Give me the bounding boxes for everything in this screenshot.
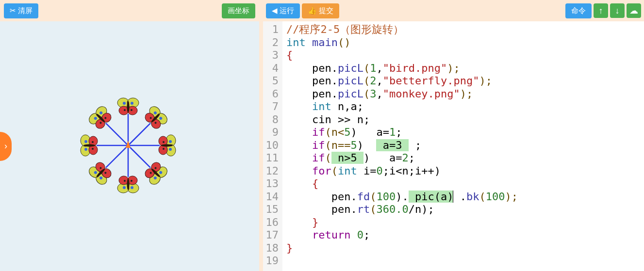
drawing-canvas bbox=[0, 21, 259, 271]
arrow-up-icon: ↑ bbox=[599, 6, 603, 16]
code-line: cin >> n; bbox=[286, 113, 640, 127]
svg-point-15 bbox=[124, 109, 126, 111]
code-line: //程序2-5（图形旋转） bbox=[286, 23, 640, 36]
line-gutter: 12345678910111213141516171819 bbox=[263, 21, 282, 271]
code-line: pen.picL(2,"betterfly.png"); bbox=[286, 75, 640, 88]
code-line: pen.picL(1,"bird.png"); bbox=[286, 62, 640, 75]
svg-line-7 bbox=[106, 123, 128, 145]
code-line bbox=[286, 255, 640, 268]
scissors-icon: ✂ bbox=[10, 6, 16, 15]
font-decrease-button[interactable]: ↓ bbox=[610, 3, 625, 18]
submit-label: 提交 bbox=[319, 6, 333, 16]
svg-point-31 bbox=[169, 140, 172, 143]
cloud-button[interactable]: ☁ bbox=[627, 3, 641, 18]
code-line: pen.fd(100). pic(a) .bk(100); bbox=[286, 191, 640, 204]
svg-line-1 bbox=[128, 123, 150, 145]
code-line: int n,a; bbox=[286, 100, 640, 113]
svg-line-5 bbox=[106, 145, 128, 168]
canvas-area[interactable]: › bbox=[0, 21, 259, 271]
submit-button[interactable]: 👍提交 bbox=[302, 3, 339, 18]
canvas-pane: ✂清屏 画坐标 › bbox=[0, 0, 259, 271]
thumbs-up-icon: 👍 bbox=[308, 6, 317, 15]
svg-point-68 bbox=[84, 140, 87, 143]
svg-point-13 bbox=[123, 102, 126, 105]
font-increase-button[interactable]: ↑ bbox=[594, 3, 608, 18]
cloud-icon: ☁ bbox=[629, 5, 638, 16]
play-icon: ◀ bbox=[272, 6, 278, 15]
code-line: pen.picL(3,"monkey.png"); bbox=[286, 88, 640, 101]
code-line: if(n==5) a=3 ; bbox=[286, 139, 640, 152]
svg-point-14 bbox=[131, 102, 133, 105]
svg-point-34 bbox=[163, 148, 165, 150]
code-line: int main() bbox=[286, 36, 640, 49]
code-line: if(n<5) a=1; bbox=[286, 126, 640, 139]
svg-point-67 bbox=[84, 148, 87, 151]
axes-button[interactable]: 画坐标 bbox=[222, 3, 255, 18]
code-line: } bbox=[286, 242, 640, 255]
svg-point-33 bbox=[163, 141, 165, 143]
code-line: { bbox=[286, 49, 640, 62]
svg-point-53 bbox=[127, 178, 130, 190]
clear-button[interactable]: ✂清屏 bbox=[4, 3, 38, 18]
code-line: pen.rt(360.0/n); bbox=[286, 203, 640, 216]
svg-point-50 bbox=[123, 186, 126, 189]
clear-label: 清屏 bbox=[18, 6, 33, 16]
code-line: } bbox=[286, 216, 640, 229]
arrow-down-icon: ↓ bbox=[615, 6, 620, 16]
svg-point-70 bbox=[92, 141, 94, 143]
svg-point-16 bbox=[131, 109, 132, 111]
command-button[interactable]: 命令 bbox=[565, 3, 592, 18]
svg-line-3 bbox=[128, 145, 150, 168]
run-button[interactable]: ◀运行 bbox=[266, 3, 300, 18]
right-toolbar: ◀运行 👍提交 命令 ↑ ↓ ☁ bbox=[263, 0, 644, 21]
code-line: for(int i=0;i<n;i++) bbox=[286, 165, 640, 178]
code-line: { bbox=[286, 177, 640, 191]
svg-point-52 bbox=[124, 180, 126, 182]
axes-label: 画坐标 bbox=[228, 6, 249, 16]
svg-point-32 bbox=[169, 148, 172, 151]
pane-divider[interactable] bbox=[259, 0, 263, 271]
svg-point-51 bbox=[131, 180, 132, 182]
code-content[interactable]: //程序2-5（图形旋转） int main() { pen.picL(1,"b… bbox=[282, 21, 644, 271]
code-editor[interactable]: 12345678910111213141516171819 //程序2-5（图形… bbox=[263, 21, 644, 271]
run-label: 运行 bbox=[280, 6, 294, 16]
left-toolbar: ✂清屏 画坐标 bbox=[0, 0, 259, 21]
svg-point-49 bbox=[131, 186, 133, 189]
editor-pane: ◀运行 👍提交 命令 ↑ ↓ ☁ 12345678910111213141516… bbox=[263, 0, 644, 271]
svg-point-17 bbox=[127, 101, 130, 112]
svg-point-71 bbox=[83, 144, 95, 147]
code-line: return 0; bbox=[286, 229, 640, 242]
svg-point-35 bbox=[161, 144, 173, 147]
command-label: 命令 bbox=[571, 6, 586, 16]
code-line: if( n>5 ) a=2; bbox=[286, 152, 640, 165]
svg-point-69 bbox=[92, 148, 94, 150]
